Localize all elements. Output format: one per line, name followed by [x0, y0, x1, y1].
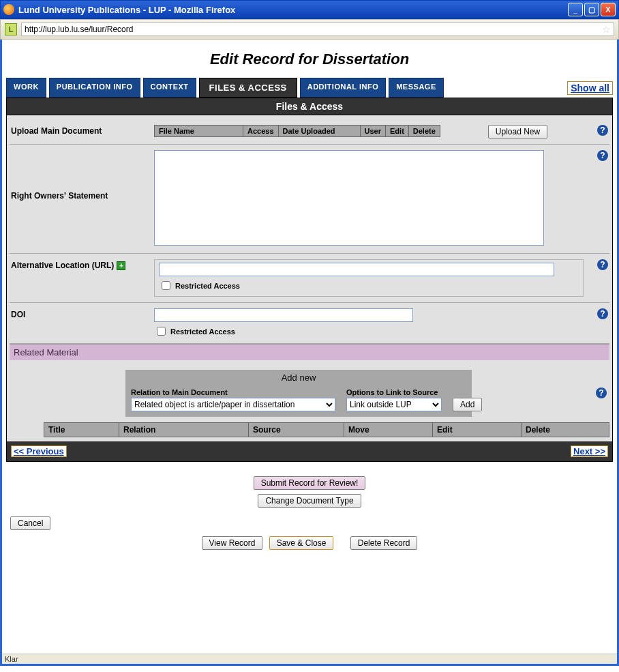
panel-heading: Files & Access	[7, 98, 612, 115]
help-icon[interactable]: ?	[597, 125, 608, 136]
upload-main-document-row: Upload Main Document File Name Access Da…	[10, 119, 609, 145]
address-bar-row: L http://lup.lub.lu.se/luur/Record ☆	[0, 19, 619, 40]
alt-location-label-text: Alternative Location (URL)	[11, 261, 114, 270]
col-edit: Edit	[433, 423, 522, 437]
related-table: Title Relation Source Move Edit Delete	[44, 422, 609, 437]
alt-location-label: Alternative Location (URL) +	[11, 259, 154, 270]
doi-input[interactable]	[154, 308, 413, 322]
add-alt-location-icon[interactable]: +	[117, 261, 125, 270]
help-icon[interactable]: ?	[596, 388, 607, 398]
tab-files-access[interactable]: FILES & ACCESS	[199, 78, 297, 98]
rights-statement-row: Right Owners' Statement ?	[10, 145, 609, 254]
link-options-label: Options to Link to Source	[346, 388, 442, 396]
tab-row: WORK PUBLICATION INFO CONTEXT FILES & AC…	[6, 78, 613, 98]
related-material-heading: Related Material	[10, 344, 609, 360]
rights-statement-label: Right Owners' Statement	[11, 150, 154, 201]
tab-context[interactable]: CONTEXT	[143, 78, 196, 98]
alt-restricted-label: Restricted Access	[175, 282, 240, 290]
panel-footer-nav: << Previous Next >>	[7, 441, 612, 461]
col-date-uploaded: Date Uploaded	[278, 126, 360, 137]
bookmark-star-icon[interactable]: ☆	[602, 24, 611, 35]
window-titlebar: Lund University Publications - LUP - Moz…	[0, 0, 619, 19]
address-bar-text: http://lup.lub.lu.se/luur/Record	[25, 25, 602, 34]
col-move: Move	[344, 423, 433, 437]
files-access-panel: Files & Access Upload Main Document File…	[6, 98, 613, 462]
cancel-button[interactable]: Cancel	[10, 516, 50, 530]
address-bar[interactable]: http://lup.lub.lu.se/luur/Record ☆	[21, 23, 614, 36]
link-options-select[interactable]: Link outside LUP	[346, 398, 442, 411]
doi-label: DOI	[11, 308, 154, 319]
upload-new-button[interactable]: Upload New	[488, 125, 547, 138]
change-document-type-button[interactable]: Change Document Type	[258, 494, 361, 508]
window-maximize-button[interactable]: ▢	[584, 3, 599, 16]
col-file-name: File Name	[155, 126, 243, 137]
show-all-link[interactable]: Show all	[567, 81, 613, 95]
next-link[interactable]: Next >>	[571, 445, 608, 457]
window-close-button[interactable]: X	[601, 3, 616, 16]
alt-location-input[interactable]	[159, 263, 554, 276]
add-new-label: Add new	[131, 372, 466, 383]
alt-restricted-checkbox[interactable]	[162, 281, 170, 290]
tab-publication-info[interactable]: PUBLICATION INFO	[49, 78, 140, 98]
add-related-button[interactable]: Add	[453, 398, 482, 411]
firefox-icon	[3, 4, 14, 15]
tab-work[interactable]: WORK	[6, 78, 46, 98]
help-icon[interactable]: ?	[597, 150, 608, 161]
window-title: Lund University Publications - LUP - Moz…	[18, 5, 568, 15]
col-edit: Edit	[386, 126, 409, 137]
doi-row: DOI Restricted Access ?	[10, 303, 609, 344]
bottom-actions: Submit Record for Review! Change Documen…	[6, 474, 613, 510]
doi-restricted-label: Restricted Access	[170, 327, 235, 336]
col-delete: Delete	[408, 126, 440, 137]
upload-main-document-label: Upload Main Document	[11, 125, 154, 136]
page-title: Edit Record for Dissertation	[6, 50, 613, 68]
tab-additional-info[interactable]: ADDITIONAL INFO	[300, 78, 386, 98]
submit-record-button[interactable]: Submit Record for Review!	[254, 476, 366, 490]
view-record-button[interactable]: View Record	[202, 536, 263, 550]
add-related-box: Add new Relation to Main Document Relate…	[125, 370, 472, 417]
col-source: Source	[249, 423, 344, 437]
delete-record-button[interactable]: Delete Record	[350, 536, 418, 550]
rights-statement-textarea[interactable]	[154, 150, 544, 246]
tab-message[interactable]: MESSAGE	[389, 78, 444, 98]
help-icon[interactable]: ?	[597, 259, 608, 270]
previous-link[interactable]: << Previous	[11, 445, 67, 457]
col-delete: Delete	[522, 423, 609, 437]
col-title: Title	[44, 423, 119, 437]
doi-restricted-checkbox[interactable]	[157, 327, 166, 336]
status-bar: Klar	[2, 654, 617, 664]
site-identity-icon[interactable]: L	[5, 23, 17, 35]
alt-location-row: Alternative Location (URL) + Restricted …	[10, 254, 609, 303]
col-user: User	[360, 126, 385, 137]
help-icon[interactable]: ?	[597, 308, 608, 319]
window-minimize-button[interactable]: _	[568, 3, 583, 16]
relation-label: Relation to Main Document	[131, 388, 335, 396]
col-access: Access	[243, 126, 279, 137]
upload-table: File Name Access Date Uploaded User Edit…	[154, 125, 440, 137]
col-relation: Relation	[119, 423, 249, 437]
relation-select[interactable]: Related object is article/paper in disse…	[131, 398, 335, 411]
save-close-button[interactable]: Save & Close	[269, 536, 334, 550]
